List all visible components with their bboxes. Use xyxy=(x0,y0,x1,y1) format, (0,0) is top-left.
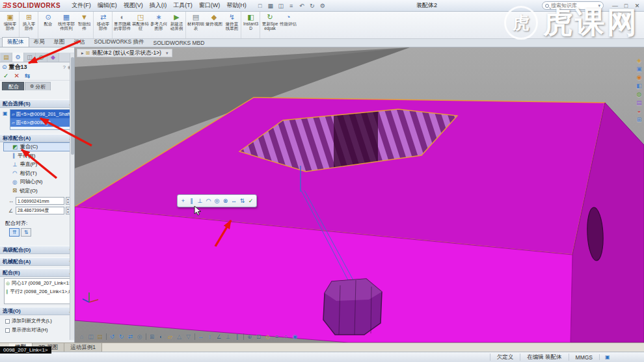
view-toolbar-icon[interactable] xyxy=(242,332,245,341)
view-toolbar-icon[interactable]: ◫ xyxy=(87,332,95,341)
ribbon-button[interactable]: ⇄ 移动零部件 xyxy=(94,12,113,38)
ribbon-button[interactable]: ◐ 显示隐藏的零部件 xyxy=(113,12,131,38)
pin-icon[interactable]: ▾ xyxy=(166,51,168,56)
quick-access-icon[interactable]: ▦ xyxy=(267,3,275,9)
section-options[interactable]: 选项(O) xyxy=(0,307,74,315)
mode-tab[interactable]: ⚙分析 xyxy=(25,82,51,90)
context-toolbar-icon[interactable]: ↔ xyxy=(230,196,237,206)
view-toolbar-icon[interactable]: ⊕ xyxy=(245,332,254,341)
quick-access-icon[interactable]: □ xyxy=(256,3,264,9)
pm-action-button[interactable]: ✕ xyxy=(14,72,19,79)
view-toolbar-icon[interactable]: ▤ xyxy=(96,332,104,341)
context-toolbar-icon[interactable]: ∥ xyxy=(188,196,195,206)
view-toolbar-icon[interactable]: ◐ xyxy=(157,332,165,341)
viewport-tool-icon[interactable]: ▣ xyxy=(635,65,643,73)
context-toolbar-icon[interactable]: ⊥ xyxy=(196,196,204,206)
view-toolbar-icon[interactable]: ◉ xyxy=(291,332,299,341)
window-control-button[interactable]: — xyxy=(610,1,621,10)
view-toolbar-icon[interactable]: ∠ xyxy=(215,332,223,341)
existing-mates-list[interactable]: ◎ 同心17 (0098_207_Link<1> ∥ 平行2 (0098_206… xyxy=(4,278,70,304)
view-toolbar-icon[interactable]: ⊥ xyxy=(224,332,232,341)
context-toolbar-icon[interactable]: ✓ xyxy=(247,196,254,206)
model-tab[interactable]: 运动算例1 xyxy=(64,343,102,352)
viewport-tool-icon[interactable]: ◈ xyxy=(635,57,643,64)
mate-type-row[interactable]: ∥ 平行(R) xyxy=(3,151,71,161)
menu-item[interactable]: 编辑(E) xyxy=(94,1,120,10)
mate-selections-list[interactable]: ▱ 面<5>@0098_201_Shaft-1 ▱ 面<6>@0098_2 xyxy=(10,109,72,130)
context-toolbar-icon[interactable]: ⇅ xyxy=(239,196,246,206)
quick-access-icon[interactable]: ⚙ xyxy=(319,3,327,9)
section-mates[interactable]: 配合(E) xyxy=(0,268,74,277)
ribbon-button[interactable]: ▶ 新建运动算例 xyxy=(168,12,186,38)
status-tag-icon[interactable]: ▣ xyxy=(599,354,610,360)
context-toolbar-icon[interactable]: ◠ xyxy=(205,196,212,206)
view-toolbar-icon[interactable]: ⇄ xyxy=(126,332,135,341)
quick-access-icon[interactable]: ↶ xyxy=(298,3,306,9)
view-toolbar-icon[interactable]: ∥ xyxy=(233,332,241,341)
mode-tab[interactable]: 配合 xyxy=(2,82,24,90)
command-tab[interactable]: 评估 xyxy=(70,38,90,47)
ribbon-button[interactable]: ◳ 装配体特征 xyxy=(131,12,150,38)
ribbon-button[interactable]: ◆ 爆炸视图 xyxy=(205,12,223,38)
view-toolbar-icon[interactable]: △ xyxy=(175,332,183,341)
flyout-tree-label[interactable]: 装配体2 (默认<显示状态-1>) xyxy=(92,49,161,57)
command-tab[interactable]: SOLIDWORKS MBD xyxy=(148,39,209,47)
section-mechanical-mates[interactable]: 机械配合(A) xyxy=(0,257,74,266)
command-tab[interactable]: 装配体 xyxy=(2,37,29,47)
menu-item[interactable]: 帮助(H) xyxy=(223,1,250,10)
checkbox[interactable] xyxy=(5,319,10,324)
view-toolbar-icon[interactable]: ○ xyxy=(282,332,290,341)
view-toolbar-icon[interactable]: ↻ xyxy=(117,332,126,341)
pm-action-button[interactable]: ⇆ xyxy=(25,72,30,79)
ribbon-button[interactable]: ◧ Instant3D xyxy=(242,12,260,38)
quick-access-icon[interactable]: ↻ xyxy=(308,3,316,9)
mate-type-row[interactable]: ◎ 同轴心(N) xyxy=(3,177,71,187)
view-toolbar-icon[interactable] xyxy=(105,332,107,341)
ribbon-button[interactable]: ⊙ 配合 xyxy=(39,12,57,38)
ribbon-button[interactable]: ▣ 编辑零部件 xyxy=(1,12,20,38)
section-mate-selections[interactable]: 配合选择(S) xyxy=(0,99,74,108)
menu-item[interactable]: 窗口(W) xyxy=(196,1,224,10)
context-toolbar-icon[interactable]: ◎ xyxy=(213,196,221,206)
view-toolbar-icon[interactable]: ≡ xyxy=(273,332,281,341)
view-toolbar-icon[interactable]: ◎ xyxy=(135,332,144,341)
search-input[interactable] xyxy=(551,3,596,8)
angle-input[interactable]: 28.48673994度 xyxy=(16,207,64,214)
viewport-tool-icon[interactable]: ◍ xyxy=(635,90,643,98)
viewport-tool-icon[interactable]: ◧ xyxy=(635,82,643,90)
ribbon-button[interactable]: ↯ 爆炸直线草图 xyxy=(223,12,241,38)
scrollbar-thumb[interactable] xyxy=(71,57,74,155)
view-toolbar-icon[interactable]: ↺ xyxy=(108,332,116,341)
selection-item[interactable]: ▱ 面<5>@0098_201_Shaft-1 xyxy=(10,110,71,118)
view-toolbar-icon[interactable]: ▱ xyxy=(166,332,174,341)
mate-type-row[interactable]: ◩ 重合(C) xyxy=(3,142,71,151)
menu-item[interactable]: 文件(F) xyxy=(68,1,94,10)
ribbon-button[interactable]: ∗ 参考几何图形 xyxy=(150,12,168,38)
section-standard-mates[interactable]: 标准配合(A) xyxy=(0,134,74,142)
flyout-feature-tree[interactable]: ▸ ⊞ 装配体2 (默认<显示状态-1>) ▾ xyxy=(77,49,172,57)
view-toolbar-icon[interactable] xyxy=(144,332,147,341)
command-tab[interactable]: SOLIDWORKS 插件 xyxy=(90,38,149,47)
expand-icon[interactable]: ▸ xyxy=(81,51,84,56)
menu-item[interactable]: 插入(I) xyxy=(146,1,170,10)
panel-tab-icon[interactable]: ◎ xyxy=(36,53,47,62)
panel-tab-icon[interactable]: ⚙ xyxy=(12,53,24,62)
viewport-tool-icon[interactable]: ◉ xyxy=(635,73,643,81)
mate-type-row[interactable]: ◠ 相切(T) xyxy=(3,169,71,178)
pm-action-button[interactable]: ✓ xyxy=(3,72,8,79)
context-toolbar-icon[interactable]: ⊗ xyxy=(222,196,229,206)
section-advanced-mates[interactable]: 高级配合(D) xyxy=(0,246,74,254)
ribbon-button[interactable]: ↻ 更新Speedpak xyxy=(261,12,279,38)
distance-input[interactable]: 1.06990241mm xyxy=(16,197,64,205)
ribbon-button[interactable]: ⊞ 插入零部件 xyxy=(20,12,38,38)
ribbon-button[interactable]: ▦ 线性零部件阵列 xyxy=(57,12,75,38)
viewport-tool-icon[interactable]: ◒ xyxy=(635,107,643,115)
checkbox[interactable] xyxy=(5,328,10,333)
mate-list-item[interactable]: ◎ 同心17 (0098_207_Link<1> xyxy=(5,279,70,287)
panel-scrollbar[interactable] xyxy=(70,53,74,340)
view-toolbar-icon[interactable]: ◇ xyxy=(263,332,272,341)
ribbon-button[interactable]: ▼ 智能扣件 xyxy=(75,12,94,38)
ribbon-button[interactable]: ◔ 性能评估 xyxy=(279,12,297,38)
mate-type-row[interactable]: ⊠ 锁定(O) xyxy=(3,187,71,196)
panel-tab-icon[interactable]: ◫ xyxy=(24,53,36,62)
